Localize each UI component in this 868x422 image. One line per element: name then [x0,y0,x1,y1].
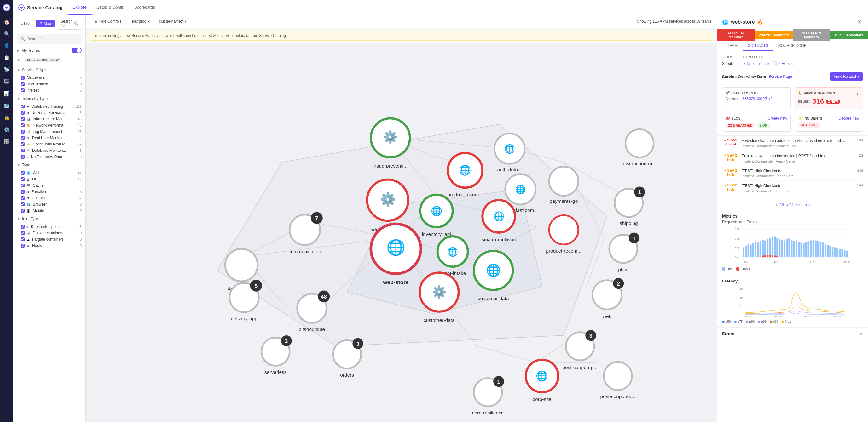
filter-cont-profiler-cb[interactable] [21,142,25,146]
filter-infra-header[interactable]: ▼ Infra Type [13,214,85,224]
filter-db-cb[interactable] [21,177,25,181]
nav-catalog-icon[interactable]: 📡 [2,65,12,75]
repos-btn[interactable]: 📄 2 Repos [773,61,793,66]
error-tracking-card: 🐛 ERROR TRACKING ⋮ Issues: 316 2 NEW [795,87,863,109]
filter-rum-cb[interactable] [21,136,25,140]
filter-infra-mon-cb[interactable] [21,117,25,121]
map-view-btn[interactable]: ⊞ Map [36,20,55,27]
chevron-down-icon: ▾ [857,74,859,79]
monitor-ok-badge[interactable]: OK: 113 Monitors [830,31,868,39]
close-panel-btn[interactable]: ✕ [856,18,863,26]
nav-user-icon[interactable]: 👤 [2,41,12,51]
error-tracking-menu-btn[interactable]: ⋮ [856,91,860,95]
deployments-plus[interactable]: +2 [768,97,773,100]
filter-custom-cb[interactable] [21,196,25,200]
filter-web-cb[interactable] [21,171,25,175]
filter-distributed-tracing-cb[interactable] [21,104,25,108]
nav-monitor-icon[interactable]: 🖥️ [2,77,12,87]
node-serverless[interactable]: serverless 2 [261,335,292,375]
service-page-link[interactable]: Service Page → [768,74,797,79]
nav-list-icon[interactable]: 📋 [2,53,12,63]
svg-text:sinatra-multivac: sinatra-multivac [482,237,516,242]
tab-scorecards[interactable]: Scorecards [129,0,160,15]
tab-setup[interactable]: Setup & Config [92,0,129,15]
svg-text:10:15: 10:15 [810,260,817,264]
rp-tab-source[interactable]: SOURCE CODE [773,41,811,51]
env-dropdown[interactable]: env:prod ▾ [129,18,153,25]
errors-expand-btn[interactable]: ⤢ [860,331,863,336]
svg-text:🌐: 🌐 [504,143,515,154]
node-post-coupon-u[interactable]: post-coupon-u... [600,362,636,399]
node-delivery-app[interactable]: delivery-app 5 [229,280,262,321]
nav-home-icon[interactable]: 🏠 [2,17,12,27]
filter-network-perf-cb[interactable] [21,124,25,127]
filter-discovered-checkbox[interactable] [21,76,25,80]
filter-browser-cb[interactable] [21,202,25,206]
slo-create-btn[interactable]: + Create new [765,116,787,121]
monitor-warn-badge[interactable]: WARN: 9 Monitors [755,31,793,39]
search-for-btn[interactable]: Search for 🔍 [57,18,82,30]
service-overview-header[interactable]: ▼ SERVICE OVERVIEW [17,56,82,64]
filter-universal-service-cb[interactable] [21,111,25,115]
view-all-incidents-btn[interactable]: ↻ View All Incidents [717,200,868,210]
node-corp-site[interactable]: 🌐 corp-site [526,360,558,402]
my-teams-row[interactable]: ▶ My Teams [13,46,85,55]
node-payments-go[interactable]: payments-go [549,167,578,204]
node-web[interactable]: web 2 [592,278,624,319]
nav-settings-icon[interactable]: ⚙️ [2,125,12,135]
filter-mobile-cb[interactable] [21,209,25,213]
my-teams-toggle[interactable] [71,47,82,53]
filter-docker-cb[interactable] [21,231,25,235]
nav-security-icon[interactable]: 🔒 [2,113,12,123]
node-post-coupon-p[interactable]: post-coupon-p... 3 [562,330,597,370]
rp-tab-team[interactable]: TEAM [722,41,743,51]
svg-rect-130 [752,244,754,258]
deployment-version-link[interactable]: vbe133007fi-3019f8 [737,97,768,100]
filter-db-mon-cb[interactable] [21,149,25,153]
svg-rect-167 [841,250,843,257]
filter-log-mgmt-cb[interactable] [21,130,25,133]
filter-fargate-cb[interactable] [21,237,25,241]
nav-controls-icon[interactable]: 🎛️ [2,137,12,147]
filter-no-telemetry-cb[interactable] [21,155,25,159]
incident-3[interactable]: ● SEV-2 High [TEST] High Checkouts Incid… [722,166,863,181]
node-core-resilience[interactable]: core-resilience 1 [472,376,504,415]
node-shipping[interactable]: shipping 1 [615,187,645,226]
filter-inferred-checkbox[interactable] [21,89,25,92]
incident-1[interactable]: ● SEV-1 Critical A version change on add… [722,136,863,151]
svg-text:⚙️: ⚙️ [383,130,398,144]
nav-map-icon[interactable]: 🗺️ [2,101,12,111]
map-canvas[interactable]: ⚙️ fraud-preventi... 🌐 auth-dotnet [86,43,717,422]
node-distribution[interactable]: distribution-m... [623,129,656,166]
node-plaid[interactable]: plaid 1 [609,233,640,272]
rp-tab-contacts[interactable]: CONTACTS [743,41,773,51]
list-view-btn[interactable]: ≡ List [17,20,33,27]
filter-type-header[interactable]: ▼ Type [13,160,85,170]
declare-incident-btn[interactable]: + Declare new [835,116,860,121]
node-orders[interactable]: orders 3 [333,338,363,378]
filter-telemetry-header[interactable]: ▼ Telemetry Type [13,94,85,103]
code-icon: 📄 [773,61,777,66]
monitor-alert-badge[interactable]: ALERT: 41 Monitors [717,29,755,41]
filter-k8s-cb[interactable] [21,225,25,229]
nav-search-icon[interactable]: 🔍 [2,29,12,39]
filter-user-defined-checkbox[interactable] [21,82,25,86]
incident-4[interactable]: ● SEV-2 High [TEST] High Checkouts Incid… [722,181,863,196]
svg-line-26 [477,346,537,362]
view-related-btn[interactable]: View Related ▾ [830,72,863,80]
filter-origin-header[interactable]: ▼ Service Origin [13,65,85,75]
hide-controls-btn[interactable]: ⊟ Hide Controls [91,18,125,25]
arrow-icon: → [793,74,797,79]
filter-function-cb[interactable] [21,190,25,194]
filter-cache-cb[interactable] [21,184,25,187]
open-in-slack-btn[interactable]: # Open in slack [743,61,769,66]
search-facets-input[interactable] [27,37,78,41]
monitor-no-data-badge[interactable]: NO DATA: 9 Monitors [793,29,831,41]
tab-explore[interactable]: Explore [68,0,92,15]
nav-chart-icon[interactable]: 📊 [2,89,12,99]
filter-hosts-cb[interactable] [21,244,25,248]
svg-text:10: 10 [740,296,743,299]
slack-icon: # [743,61,745,66]
incident-2[interactable]: ● SEV-2 High Error rate was up on fax-se… [722,151,863,166]
cluster-dropdown[interactable]: cluster-name:* ▾ [156,18,189,25]
